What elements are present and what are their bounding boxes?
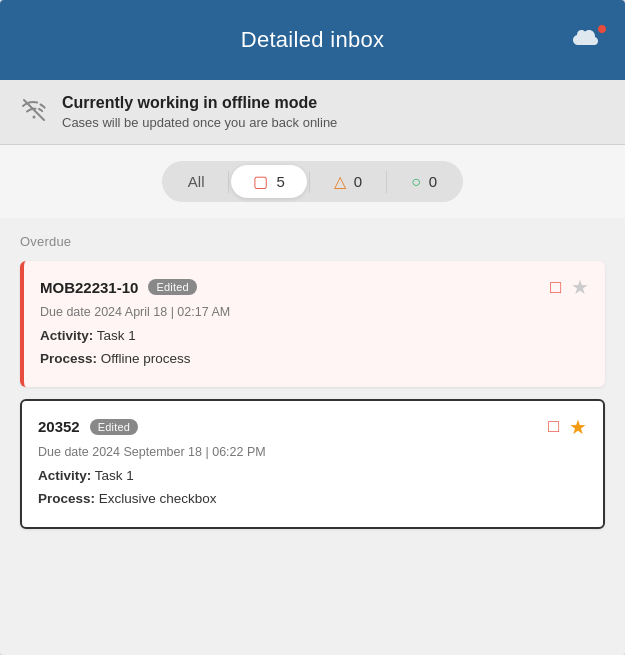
tab-overdue[interactable]: ▢ 5 [231,165,306,198]
star-icon-1[interactable]: ★ [571,275,589,299]
case-id-1: MOB22231-10 [40,279,138,296]
case-card-20352[interactable]: 20352 Edited □ ★ Due date 2024 September… [20,399,605,529]
app-container: Detailed inbox Currently worki [0,0,625,655]
filter-tabs-group: All ▢ 5 △ 0 ○ 0 [162,161,463,202]
tab-overdue-count: 5 [276,173,284,190]
card-header-row-2: 20352 Edited □ ★ [38,415,587,439]
tab-warning-count: 0 [354,173,362,190]
tab-ok[interactable]: ○ 0 [389,165,459,198]
due-date-1: Due date 2024 April 18 | 02:17 AM [40,305,589,319]
tab-divider-3 [386,171,387,193]
process-2: Process: Exclusive checkbox [38,490,587,509]
star-icon-2[interactable]: ★ [569,415,587,439]
offline-text-block: Currently working in offline mode Cases … [62,94,337,130]
overdue-square-icon: ▢ [253,174,268,190]
ok-circle-icon: ○ [411,174,421,190]
card-actions-1: □ ★ [550,275,589,299]
case-id-2: 20352 [38,418,80,435]
stop-icon-1[interactable]: □ [550,277,561,298]
tab-warning[interactable]: △ 0 [312,165,384,198]
card-id-row-2: 20352 Edited [38,418,138,435]
content-area: Overdue MOB22231-10 Edited □ ★ Due date … [0,218,625,655]
page-title: Detailed inbox [241,27,385,53]
activity-2: Activity: Task 1 [38,467,587,486]
activity-1: Activity: Task 1 [40,327,589,346]
card-id-row-1: MOB22231-10 Edited [40,279,197,296]
filter-bar: All ▢ 5 △ 0 ○ 0 [0,145,625,218]
card-header-row-1: MOB22231-10 Edited □ ★ [40,275,589,299]
due-date-2: Due date 2024 September 18 | 06:22 PM [38,445,587,459]
offline-indicator-dot [597,24,607,34]
card-actions-2: □ ★ [548,415,587,439]
case-card-mob22231-10[interactable]: MOB22231-10 Edited □ ★ Due date 2024 Apr… [20,261,605,387]
section-label-overdue: Overdue [20,234,605,249]
tab-divider-2 [309,171,310,193]
edited-badge-2: Edited [90,419,138,435]
no-wifi-icon [20,96,48,128]
cloud-offline-icon[interactable] [571,26,605,54]
offline-banner: Currently working in offline mode Cases … [0,80,625,145]
tab-ok-count: 0 [429,173,437,190]
cloud-icon-container[interactable] [571,26,605,54]
tab-all[interactable]: All [166,165,227,198]
edited-badge-1: Edited [148,279,196,295]
tab-all-label: All [188,173,205,190]
offline-subtitle: Cases will be updated once you are back … [62,115,337,130]
svg-point-1 [33,116,36,119]
process-1: Process: Offline process [40,350,589,369]
header: Detailed inbox [0,0,625,80]
stop-icon-2[interactable]: □ [548,416,559,437]
offline-title: Currently working in offline mode [62,94,337,112]
warning-triangle-icon: △ [334,174,346,190]
tab-divider-1 [228,171,229,193]
